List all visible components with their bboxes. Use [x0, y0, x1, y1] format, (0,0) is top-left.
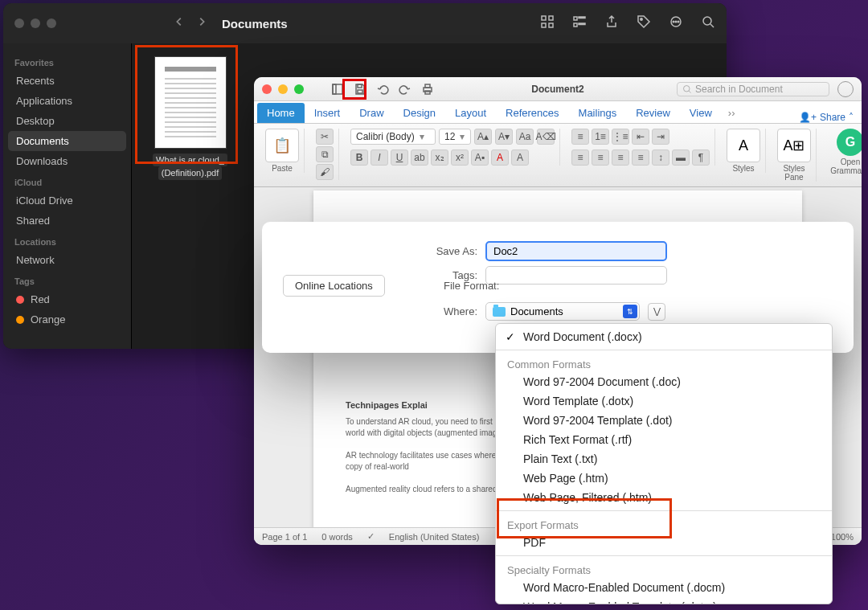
minimize-icon[interactable]: [278, 84, 288, 94]
tab-design[interactable]: Design: [394, 103, 445, 123]
tab-view[interactable]: View: [680, 103, 722, 123]
subscript-button[interactable]: x₂: [431, 149, 448, 166]
copy-button[interactable]: ⧉: [316, 146, 334, 162]
format-option[interactable]: Word 97-2004 Template (.dot): [496, 411, 832, 430]
sidebar-item-applications[interactable]: Applications: [8, 91, 126, 111]
close-icon[interactable]: [262, 84, 272, 94]
shrink-font-button[interactable]: A▾: [495, 129, 513, 145]
cut-button[interactable]: ✂: [316, 129, 334, 145]
font-name-select[interactable]: Calibri (Body)▾: [350, 129, 436, 145]
format-option[interactable]: Rich Text Format (.rtf): [496, 430, 832, 449]
text-highlight-button[interactable]: A▪: [471, 149, 489, 166]
show-marks-button[interactable]: ¶: [692, 149, 710, 166]
minimize-icon[interactable]: [31, 18, 40, 28]
zoom-icon[interactable]: [47, 18, 56, 28]
increase-indent-button[interactable]: ⇥: [652, 129, 669, 145]
paste-button[interactable]: 📋: [265, 129, 299, 162]
format-option[interactable]: Word Macro-Enabled Template (.dotm): [496, 597, 832, 604]
status-words[interactable]: 0 words: [321, 532, 353, 542]
align-right-button[interactable]: ≡: [612, 149, 629, 166]
format-painter-button[interactable]: 🖌: [316, 164, 334, 180]
italic-button[interactable]: I: [371, 149, 388, 166]
numbering-button[interactable]: 1≡: [592, 129, 609, 145]
more-tabs-icon[interactable]: ››: [722, 103, 742, 123]
sidebar-item-recents[interactable]: Recents: [8, 71, 126, 91]
traffic-lights[interactable]: [262, 84, 304, 94]
file-item[interactable]: What is ar cloud_ (Definition).pdf: [140, 56, 240, 180]
search-icon[interactable]: [701, 14, 715, 32]
format-option[interactable]: Word Macro-Enabled Document (.docm): [496, 578, 832, 597]
multilevel-list-button[interactable]: ⋮≡: [612, 129, 629, 145]
font-color-button[interactable]: A: [491, 149, 509, 166]
tab-home[interactable]: Home: [257, 103, 305, 123]
sidebar-item-downloads[interactable]: Downloads: [8, 151, 126, 171]
feedback-icon[interactable]: [837, 81, 854, 97]
align-left-button[interactable]: ≡: [571, 149, 589, 166]
grow-font-button[interactable]: A▴: [474, 129, 492, 145]
sidebar-tag-red[interactable]: Red: [8, 289, 126, 309]
home-view-button[interactable]: [328, 80, 347, 98]
strikethrough-button[interactable]: ab: [411, 149, 428, 166]
forward-button[interactable]: [196, 14, 207, 32]
underline-button[interactable]: U: [391, 149, 408, 166]
format-option-pdf[interactable]: PDF: [496, 533, 832, 552]
print-button[interactable]: [418, 80, 437, 98]
share-icon[interactable]: [604, 14, 619, 32]
group-icon[interactable]: [572, 14, 587, 32]
online-locations-button[interactable]: Online Locations: [283, 275, 385, 297]
sidebar-item-desktop[interactable]: Desktop: [8, 111, 126, 131]
sidebar-item-documents[interactable]: Documents: [8, 131, 126, 151]
format-option[interactable]: Plain Text (.txt): [496, 449, 832, 469]
tab-draw[interactable]: Draw: [350, 103, 393, 123]
tab-mailings[interactable]: Mailings: [569, 103, 627, 123]
share-button[interactable]: 👤+ Share ˄: [799, 112, 854, 123]
expand-dialog-button[interactable]: ⋁: [648, 303, 665, 321]
sidebar-tag-orange[interactable]: Orange: [8, 309, 126, 330]
status-page[interactable]: Page 1 of 1: [262, 532, 307, 542]
tab-layout[interactable]: Layout: [445, 103, 496, 123]
status-zoom[interactable]: 100%: [831, 532, 854, 542]
format-option[interactable]: Word 97-2004 Document (.doc): [496, 372, 832, 391]
styles-button[interactable]: A: [727, 129, 760, 162]
format-option[interactable]: Web Page, Filtered (.htm): [496, 488, 832, 507]
bold-button[interactable]: B: [350, 149, 368, 166]
styles-pane-button[interactable]: A⊞: [777, 129, 811, 162]
zoom-icon[interactable]: [294, 84, 304, 94]
bullets-button[interactable]: ≡: [571, 129, 589, 145]
save-button[interactable]: [350, 80, 370, 98]
align-center-button[interactable]: ≡: [592, 149, 609, 166]
back-button[interactable]: [174, 14, 185, 32]
clear-formatting-button[interactable]: A⌫: [537, 129, 555, 145]
format-option-docx[interactable]: Word Document (.docx): [496, 327, 832, 346]
justify-button[interactable]: ≡: [632, 149, 649, 166]
grammarly-button[interactable]: G: [837, 129, 862, 156]
decrease-indent-button[interactable]: ⇤: [632, 129, 649, 145]
view-grid-icon[interactable]: [540, 14, 555, 32]
tab-insert[interactable]: Insert: [305, 103, 350, 123]
tag-icon[interactable]: [637, 14, 651, 32]
superscript-button[interactable]: x²: [451, 149, 469, 166]
text-effects-button[interactable]: A: [511, 149, 529, 166]
tab-review[interactable]: Review: [626, 103, 680, 123]
format-option[interactable]: Word Template (.dotx): [496, 391, 832, 411]
change-case-button[interactable]: Aa: [516, 129, 534, 145]
where-select[interactable]: Documents ⇅: [485, 302, 640, 321]
status-language[interactable]: English (United States): [389, 532, 480, 542]
format-option[interactable]: Web Page (.htm): [496, 469, 832, 488]
status-spellcheck-icon[interactable]: ✓: [367, 531, 375, 542]
sidebar-item-network[interactable]: Network: [8, 250, 126, 270]
font-size-select[interactable]: 12▾: [439, 129, 471, 145]
sidebar-item-shared[interactable]: Shared: [8, 211, 126, 231]
save-as-input[interactable]: [485, 241, 667, 261]
sidebar-item-icloud-drive[interactable]: iCloud Drive: [8, 190, 126, 211]
shading-button[interactable]: ▬: [672, 149, 690, 166]
redo-button[interactable]: [395, 80, 415, 98]
line-spacing-button[interactable]: ↕: [652, 149, 669, 166]
undo-button[interactable]: [373, 80, 392, 98]
close-icon[interactable]: [14, 18, 24, 28]
traffic-lights[interactable]: [14, 18, 56, 28]
tags-input[interactable]: [485, 266, 667, 285]
tab-references[interactable]: References: [496, 103, 568, 123]
action-icon[interactable]: [669, 14, 683, 32]
search-field[interactable]: Search in Document: [677, 82, 829, 96]
